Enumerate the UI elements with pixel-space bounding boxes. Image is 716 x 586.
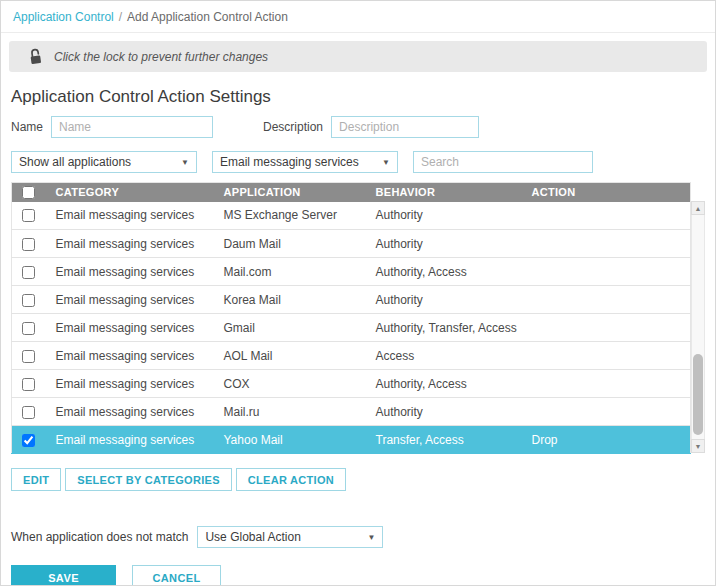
- breadcrumb-link-application-control[interactable]: Application Control: [13, 10, 114, 24]
- cell-behavior: Access: [368, 342, 524, 370]
- page-title: Application Control Action Settings: [11, 87, 705, 107]
- cell-category: Email messaging services: [48, 202, 216, 230]
- category-filter-value: Email messaging services: [220, 155, 359, 169]
- table-row[interactable]: Email messaging servicesKorea MailAuthor…: [12, 286, 691, 314]
- lock-banner: Click the lock to prevent further change…: [9, 41, 707, 72]
- cell-action: [524, 286, 691, 314]
- table-row[interactable]: Email messaging servicesYahoo MailTransf…: [12, 426, 691, 454]
- cell-action: [524, 342, 691, 370]
- column-header-application: APPLICATION: [216, 183, 368, 202]
- cell-action: [524, 258, 691, 286]
- global-action-value: Use Global Action: [205, 530, 300, 544]
- row-checkbox[interactable]: [22, 238, 35, 251]
- scrollbar-track[interactable]: [691, 215, 705, 439]
- save-button[interactable]: SAVE: [11, 565, 116, 586]
- scroll-up-icon[interactable]: ▲: [691, 201, 705, 215]
- cell-action: [524, 314, 691, 342]
- chevron-down-icon: ▼: [181, 158, 189, 167]
- open-padlock-icon[interactable]: [27, 47, 44, 66]
- applications-table-wrap: CATEGORY APPLICATION BEHAVIOR ACTION Ema…: [11, 182, 705, 454]
- chevron-down-icon: ▼: [382, 158, 390, 167]
- cell-category: Email messaging services: [48, 398, 216, 426]
- column-header-action: ACTION: [524, 183, 691, 202]
- cell-behavior: Authority: [368, 286, 524, 314]
- category-filter-select[interactable]: Email messaging services ▼: [212, 151, 398, 173]
- column-header-category: CATEGORY: [48, 183, 216, 202]
- table-row[interactable]: Email messaging servicesDaum MailAuthori…: [12, 230, 691, 258]
- cell-application: Daum Mail: [216, 230, 368, 258]
- table-row[interactable]: Email messaging servicesMS Exchange Serv…: [12, 202, 691, 230]
- filter-row: Show all applications ▼ Email messaging …: [11, 151, 705, 173]
- edit-button[interactable]: EDIT: [11, 468, 61, 491]
- select-by-categories-button[interactable]: SELECT BY CATEGORIES: [65, 468, 232, 491]
- cell-category: Email messaging services: [48, 314, 216, 342]
- applications-table: CATEGORY APPLICATION BEHAVIOR ACTION Ema…: [11, 182, 691, 454]
- row-checkbox[interactable]: [22, 209, 35, 222]
- cell-application: MS Exchange Server: [216, 202, 368, 230]
- clear-action-button[interactable]: CLEAR ACTION: [236, 468, 346, 491]
- application-filter-value: Show all applications: [19, 155, 131, 169]
- table-row[interactable]: Email messaging servicesAOL MailAccess: [12, 342, 691, 370]
- cell-application: Gmail: [216, 314, 368, 342]
- column-header-behavior: BEHAVIOR: [368, 183, 524, 202]
- row-checkbox[interactable]: [22, 434, 35, 447]
- row-checkbox[interactable]: [22, 266, 35, 279]
- footer-buttons: SAVE CANCEL: [11, 565, 705, 586]
- cell-behavior: Authority: [368, 202, 524, 230]
- cell-behavior: Authority: [368, 398, 524, 426]
- cell-category: Email messaging services: [48, 370, 216, 398]
- cell-application: Mail.com: [216, 258, 368, 286]
- cell-action: Drop: [524, 426, 691, 454]
- name-description-row: Name Description: [11, 116, 705, 138]
- row-checkbox[interactable]: [22, 406, 35, 419]
- breadcrumb-separator: /: [119, 10, 122, 24]
- cell-application: Korea Mail: [216, 286, 368, 314]
- lock-banner-text: Click the lock to prevent further change…: [54, 50, 268, 64]
- row-checkbox[interactable]: [22, 378, 35, 391]
- row-checkbox[interactable]: [22, 322, 35, 335]
- table-action-buttons: EDIT SELECT BY CATEGORIES CLEAR ACTION: [11, 468, 705, 491]
- row-checkbox[interactable]: [22, 294, 35, 307]
- search-input[interactable]: [413, 151, 593, 173]
- cell-action: [524, 370, 691, 398]
- select-all-checkbox[interactable]: [22, 186, 35, 199]
- page: Application Control/Add Application Cont…: [0, 0, 716, 586]
- global-action-select[interactable]: Use Global Action ▼: [197, 526, 383, 548]
- app-table-body: Email messaging servicesMS Exchange Serv…: [12, 202, 691, 454]
- cell-category: Email messaging services: [48, 230, 216, 258]
- global-action-row: When application does not match Use Glob…: [11, 526, 705, 548]
- global-action-label: When application does not match: [11, 530, 188, 544]
- cell-category: Email messaging services: [48, 342, 216, 370]
- breadcrumb: Application Control/Add Application Cont…: [1, 1, 715, 33]
- application-filter-select[interactable]: Show all applications ▼: [11, 151, 197, 173]
- description-input[interactable]: [331, 116, 479, 138]
- cell-application: AOL Mail: [216, 342, 368, 370]
- name-input[interactable]: [51, 116, 213, 138]
- name-label: Name: [11, 120, 43, 134]
- cell-application: COX: [216, 370, 368, 398]
- cell-behavior: Authority: [368, 230, 524, 258]
- cell-behavior: Authority, Transfer, Access: [368, 314, 524, 342]
- row-checkbox[interactable]: [22, 350, 35, 363]
- description-label: Description: [263, 120, 323, 134]
- scroll-down-icon[interactable]: ▼: [691, 439, 705, 453]
- cell-application: Yahoo Mail: [216, 426, 368, 454]
- vertical-scrollbar[interactable]: ▲ ▼: [691, 201, 705, 453]
- table-row[interactable]: Email messaging servicesGmailAuthority, …: [12, 314, 691, 342]
- scrollbar-thumb[interactable]: [693, 354, 703, 435]
- cell-behavior: Authority, Access: [368, 258, 524, 286]
- cell-action: [524, 202, 691, 230]
- cell-behavior: Authority, Access: [368, 370, 524, 398]
- table-row[interactable]: Email messaging servicesCOXAuthority, Ac…: [12, 370, 691, 398]
- table-row[interactable]: Email messaging servicesMail.ruAuthority: [12, 398, 691, 426]
- table-row[interactable]: Email messaging servicesMail.comAuthorit…: [12, 258, 691, 286]
- breadcrumb-current: Add Application Control Action: [127, 10, 288, 24]
- table-header-row: CATEGORY APPLICATION BEHAVIOR ACTION: [12, 183, 691, 202]
- cell-category: Email messaging services: [48, 426, 216, 454]
- cell-action: [524, 230, 691, 258]
- cell-application: Mail.ru: [216, 398, 368, 426]
- chevron-down-icon: ▼: [368, 533, 376, 542]
- cancel-button[interactable]: CANCEL: [132, 565, 221, 586]
- cell-category: Email messaging services: [48, 286, 216, 314]
- cell-behavior: Transfer, Access: [368, 426, 524, 454]
